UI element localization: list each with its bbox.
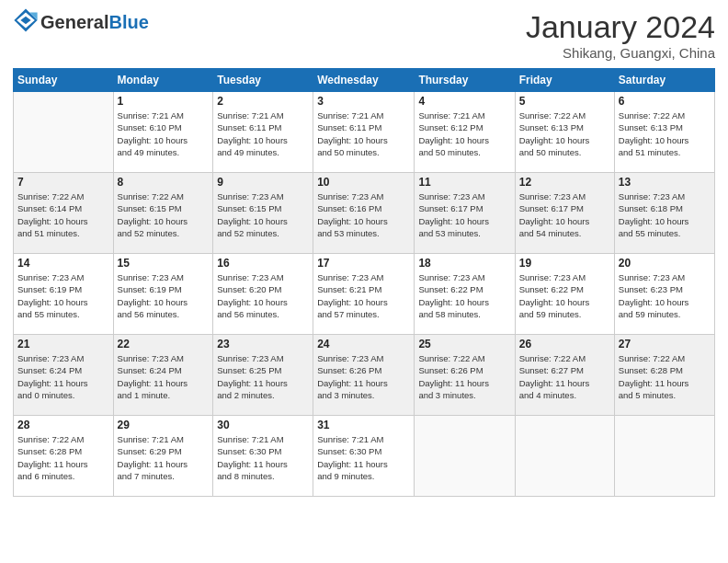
day-info: Sunrise: 7:22 AM Sunset: 6:13 PM Dayligh… bbox=[619, 109, 711, 158]
day-number: 17 bbox=[317, 257, 410, 270]
day-info: Sunrise: 7:21 AM Sunset: 6:29 PM Dayligh… bbox=[118, 433, 210, 482]
day-info: Sunrise: 7:23 AM Sunset: 6:18 PM Dayligh… bbox=[619, 190, 711, 239]
day-cell: 29Sunrise: 7:21 AM Sunset: 6:29 PM Dayli… bbox=[113, 416, 213, 497]
day-number: 21 bbox=[17, 338, 109, 350]
day-info: Sunrise: 7:21 AM Sunset: 6:12 PM Dayligh… bbox=[418, 109, 510, 158]
subtitle: Shikang, Guangxi, China bbox=[526, 45, 715, 61]
week-row-3: 14Sunrise: 7:23 AM Sunset: 6:19 PM Dayli… bbox=[14, 254, 715, 335]
day-cell: 26Sunrise: 7:22 AM Sunset: 6:27 PM Dayli… bbox=[515, 335, 614, 416]
day-cell bbox=[515, 416, 614, 497]
header-saturday: Saturday bbox=[614, 69, 714, 92]
day-cell: 16Sunrise: 7:23 AM Sunset: 6:20 PM Dayli… bbox=[213, 254, 313, 335]
day-number: 24 bbox=[317, 338, 410, 350]
day-cell: 28Sunrise: 7:22 AM Sunset: 6:28 PM Dayli… bbox=[14, 416, 114, 497]
day-number: 13 bbox=[619, 176, 711, 189]
day-cell: 18Sunrise: 7:23 AM Sunset: 6:22 PM Dayli… bbox=[415, 254, 515, 335]
day-number: 25 bbox=[418, 338, 510, 350]
day-cell: 24Sunrise: 7:23 AM Sunset: 6:26 PM Dayli… bbox=[313, 335, 415, 416]
day-number: 6 bbox=[619, 95, 711, 108]
day-cell: 1Sunrise: 7:21 AM Sunset: 6:10 PM Daylig… bbox=[113, 92, 213, 173]
day-number: 4 bbox=[418, 95, 510, 108]
day-info: Sunrise: 7:22 AM Sunset: 6:28 PM Dayligh… bbox=[619, 352, 711, 401]
day-info: Sunrise: 7:23 AM Sunset: 6:23 PM Dayligh… bbox=[619, 271, 711, 320]
day-info: Sunrise: 7:23 AM Sunset: 6:20 PM Dayligh… bbox=[217, 271, 309, 320]
month-title: January 2024 bbox=[526, 9, 715, 45]
day-number: 23 bbox=[217, 338, 309, 350]
day-number: 2 bbox=[217, 95, 309, 108]
day-cell: 2Sunrise: 7:21 AM Sunset: 6:11 PM Daylig… bbox=[213, 92, 313, 173]
day-info: Sunrise: 7:21 AM Sunset: 6:30 PM Dayligh… bbox=[317, 433, 410, 482]
day-cell: 15Sunrise: 7:23 AM Sunset: 6:19 PM Dayli… bbox=[113, 254, 213, 335]
day-cell: 23Sunrise: 7:23 AM Sunset: 6:25 PM Dayli… bbox=[213, 335, 313, 416]
day-cell: 20Sunrise: 7:23 AM Sunset: 6:23 PM Dayli… bbox=[614, 254, 714, 335]
day-info: Sunrise: 7:22 AM Sunset: 6:15 PM Dayligh… bbox=[118, 190, 210, 239]
header-tuesday: Tuesday bbox=[213, 69, 313, 92]
day-cell: 7Sunrise: 7:22 AM Sunset: 6:14 PM Daylig… bbox=[14, 173, 114, 254]
day-info: Sunrise: 7:22 AM Sunset: 6:26 PM Dayligh… bbox=[418, 352, 510, 401]
day-number: 12 bbox=[519, 176, 610, 189]
day-info: Sunrise: 7:23 AM Sunset: 6:17 PM Dayligh… bbox=[418, 190, 510, 239]
day-info: Sunrise: 7:23 AM Sunset: 6:22 PM Dayligh… bbox=[418, 271, 510, 320]
day-cell: 21Sunrise: 7:23 AM Sunset: 6:24 PM Dayli… bbox=[14, 335, 114, 416]
day-cell: 10Sunrise: 7:23 AM Sunset: 6:16 PM Dayli… bbox=[313, 173, 415, 254]
day-info: Sunrise: 7:23 AM Sunset: 6:16 PM Dayligh… bbox=[317, 190, 410, 239]
day-cell: 22Sunrise: 7:23 AM Sunset: 6:24 PM Dayli… bbox=[113, 335, 213, 416]
day-info: Sunrise: 7:23 AM Sunset: 6:24 PM Dayligh… bbox=[17, 352, 109, 401]
day-info: Sunrise: 7:23 AM Sunset: 6:25 PM Dayligh… bbox=[217, 352, 309, 401]
day-info: Sunrise: 7:22 AM Sunset: 6:14 PM Dayligh… bbox=[17, 190, 109, 239]
day-number: 19 bbox=[519, 257, 610, 270]
logo-text: GeneralBlue bbox=[40, 13, 149, 31]
day-number: 31 bbox=[317, 419, 410, 431]
week-row-2: 7Sunrise: 7:22 AM Sunset: 6:14 PM Daylig… bbox=[14, 173, 715, 254]
day-cell: 9Sunrise: 7:23 AM Sunset: 6:15 PM Daylig… bbox=[213, 173, 313, 254]
day-info: Sunrise: 7:23 AM Sunset: 6:21 PM Dayligh… bbox=[317, 271, 410, 320]
day-number: 7 bbox=[17, 176, 109, 189]
header-friday: Friday bbox=[515, 69, 614, 92]
day-cell: 11Sunrise: 7:23 AM Sunset: 6:17 PM Dayli… bbox=[415, 173, 515, 254]
day-number: 15 bbox=[118, 257, 210, 270]
day-cell: 27Sunrise: 7:22 AM Sunset: 6:28 PM Dayli… bbox=[614, 335, 714, 416]
day-number: 16 bbox=[217, 257, 309, 270]
day-info: Sunrise: 7:21 AM Sunset: 6:11 PM Dayligh… bbox=[317, 109, 410, 158]
day-info: Sunrise: 7:23 AM Sunset: 6:15 PM Dayligh… bbox=[217, 190, 309, 239]
day-number: 27 bbox=[619, 338, 711, 350]
day-info: Sunrise: 7:21 AM Sunset: 6:30 PM Dayligh… bbox=[217, 433, 309, 482]
weekday-header-row: Sunday Monday Tuesday Wednesday Thursday… bbox=[14, 69, 715, 92]
day-cell: 6Sunrise: 7:22 AM Sunset: 6:13 PM Daylig… bbox=[614, 92, 714, 173]
day-info: Sunrise: 7:23 AM Sunset: 6:17 PM Dayligh… bbox=[519, 190, 610, 239]
header-sunday: Sunday bbox=[14, 69, 114, 92]
day-cell: 12Sunrise: 7:23 AM Sunset: 6:17 PM Dayli… bbox=[515, 173, 614, 254]
day-cell: 8Sunrise: 7:22 AM Sunset: 6:15 PM Daylig… bbox=[113, 173, 213, 254]
title-block: January 2024 Shikang, Guangxi, China bbox=[526, 9, 715, 61]
header-wednesday: Wednesday bbox=[313, 69, 415, 92]
day-cell: 31Sunrise: 7:21 AM Sunset: 6:30 PM Dayli… bbox=[313, 416, 415, 497]
page: GeneralBlue January 2024 Shikang, Guangx… bbox=[0, 0, 728, 563]
day-cell: 30Sunrise: 7:21 AM Sunset: 6:30 PM Dayli… bbox=[213, 416, 313, 497]
day-info: Sunrise: 7:21 AM Sunset: 6:10 PM Dayligh… bbox=[118, 109, 210, 158]
day-cell: 5Sunrise: 7:22 AM Sunset: 6:13 PM Daylig… bbox=[515, 92, 614, 173]
day-number: 30 bbox=[217, 419, 309, 431]
day-cell: 14Sunrise: 7:23 AM Sunset: 6:19 PM Dayli… bbox=[14, 254, 114, 335]
day-number: 1 bbox=[118, 95, 210, 108]
day-info: Sunrise: 7:21 AM Sunset: 6:11 PM Dayligh… bbox=[217, 109, 309, 158]
logo-icon bbox=[13, 7, 39, 33]
day-number: 5 bbox=[519, 95, 610, 108]
day-info: Sunrise: 7:23 AM Sunset: 6:26 PM Dayligh… bbox=[317, 352, 410, 401]
day-info: Sunrise: 7:22 AM Sunset: 6:13 PM Dayligh… bbox=[519, 109, 610, 158]
day-number: 28 bbox=[17, 419, 109, 431]
day-info: Sunrise: 7:23 AM Sunset: 6:22 PM Dayligh… bbox=[519, 271, 610, 320]
header-thursday: Thursday bbox=[415, 69, 515, 92]
header: GeneralBlue January 2024 Shikang, Guangx… bbox=[13, 9, 715, 61]
day-cell: 17Sunrise: 7:23 AM Sunset: 6:21 PM Dayli… bbox=[313, 254, 415, 335]
day-cell: 3Sunrise: 7:21 AM Sunset: 6:11 PM Daylig… bbox=[313, 92, 415, 173]
day-cell: 4Sunrise: 7:21 AM Sunset: 6:12 PM Daylig… bbox=[415, 92, 515, 173]
day-info: Sunrise: 7:23 AM Sunset: 6:24 PM Dayligh… bbox=[118, 352, 210, 401]
day-cell: 19Sunrise: 7:23 AM Sunset: 6:22 PM Dayli… bbox=[515, 254, 614, 335]
logo: GeneralBlue bbox=[13, 9, 149, 35]
day-cell bbox=[415, 416, 515, 497]
day-number: 26 bbox=[519, 338, 610, 350]
day-number: 8 bbox=[118, 176, 210, 189]
day-number: 9 bbox=[217, 176, 309, 189]
day-info: Sunrise: 7:22 AM Sunset: 6:27 PM Dayligh… bbox=[519, 352, 610, 401]
day-cell: 13Sunrise: 7:23 AM Sunset: 6:18 PM Dayli… bbox=[614, 173, 714, 254]
